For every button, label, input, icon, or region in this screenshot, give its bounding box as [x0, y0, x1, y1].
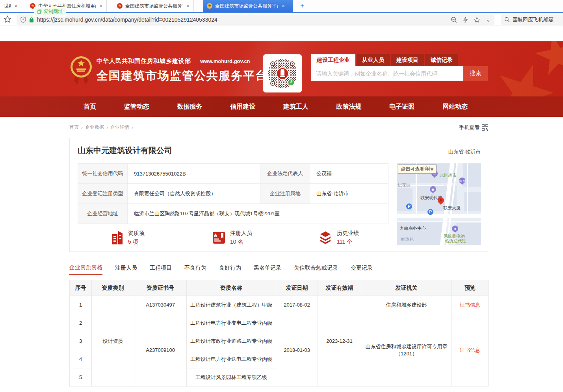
header-search: 建设工程企业 从业人员 建设项目 诚信记录 搜索 [311, 54, 488, 81]
browser-tab-jzsc-1[interactable]: 全国建筑市场监管公共服务平台 × [113, 0, 194, 12]
map-label: 临沂总代理 [445, 238, 466, 244]
parking-icon: P [427, 209, 433, 215]
quick-search-box[interactable]: 国航回应飞机颠簸 [501, 15, 563, 25]
layers-icon [319, 231, 332, 244]
table-header-row: 序号 资质类别 资质证书号 资质名称 发证日期 发证有效期 发证机关 预览 [70, 280, 489, 296]
table-row: 企业登记注册类型 有限责任公司（自然人投资或控股） 企业注册属地 山东省-临沂市 [78, 184, 388, 204]
cell-qual-name: 工程设计电力行业变电工程专业丙级 [187, 314, 276, 332]
national-emblem-logo [70, 54, 92, 92]
registration-type-value: 有限责任公司（自然人投资或控股） [128, 184, 260, 204]
new-tab-button[interactable]: + [297, 2, 307, 10]
nav-item-credit[interactable]: 信用建设 [230, 103, 255, 111]
url-field[interactable]: https://jzsc.mohurd.gov.cn/data/company/… [17, 15, 494, 25]
url-text[interactable]: https://jzsc.mohurd.gov.cn/data/company/… [37, 17, 451, 23]
nav-item-e-license[interactable]: 电子证照 [389, 103, 414, 111]
mobile-view-label: 手机查看 [459, 124, 479, 131]
tab-blacklist[interactable]: 黑名单记录 [254, 261, 281, 275]
cell-category: 设计资质 [92, 296, 134, 386]
site-title: 全国建筑市场监管公共服务平台 [97, 68, 268, 84]
search-button[interactable]: 搜索 [463, 66, 488, 81]
nav-item-data-service[interactable]: 数据服务 [177, 103, 202, 111]
tab-qualifications[interactable]: 企业资质资格 [69, 261, 102, 275]
primary-nav: 首页 监管动态 数据服务 信用建设 建筑工人 政策法规 电子证照 网站动态 [0, 96, 563, 117]
wechat-qr-code [263, 54, 302, 92]
chevron-down-icon[interactable]: ⌄ [486, 18, 491, 22]
breadcrumb-company-detail[interactable]: 企业详情 [110, 124, 129, 131]
tab-title: 全国建筑市场监管公共服务平台 [215, 3, 278, 9]
tab-good-behavior[interactable]: 良好行为 [219, 261, 241, 275]
cell-seq: 4 [70, 350, 92, 368]
stat-qualifications: 资质项 5 项 [111, 230, 145, 246]
mobile-view-control[interactable]: 手机查看 [459, 124, 488, 131]
stat-label: 历史业绩 [337, 230, 359, 237]
cell-authority: 山东省住房和城乡建设厅许可专用章 （1201） [361, 314, 452, 386]
tab-change-records[interactable]: 变更记录 [351, 261, 373, 275]
keyword-search-input[interactable] [311, 66, 463, 81]
col-preview: 预览 [452, 280, 489, 296]
lock-icon [29, 17, 34, 23]
nav-item-supervision[interactable]: 监管动态 [124, 103, 149, 111]
map-label: 九州超市 [439, 172, 457, 178]
authority-line: 山东省住房和城乡建设厅许可专用章 [364, 343, 449, 350]
business-address-value: 临沂市兰山区陶然路107号星河晶都（联安）现代城1号楼2201室 [128, 204, 388, 224]
tab-registered-personnel[interactable]: 注册人员 [115, 261, 137, 275]
credit-code-value: 91371302675501022B [128, 164, 260, 184]
authority-line: （1201） [364, 350, 449, 357]
nav-item-site-news[interactable]: 网站动态 [442, 103, 468, 111]
col-seq: 序号 [70, 280, 92, 296]
tab-close-icon[interactable]: × [282, 3, 285, 9]
col-authority: 发证机关 [361, 280, 452, 296]
breadcrumb: 首页 › 企业数据 › 企业详情 › [69, 124, 133, 131]
copy-url-tooltip: 复制网址 [34, 7, 66, 16]
stat-value: 111 个 [337, 239, 359, 246]
quick-search-text: 国航回应飞机颠簸 [513, 16, 554, 23]
copy-tooltip-label: 复制网址 [44, 8, 63, 15]
parking-icon: P [406, 203, 412, 209]
tab-close-icon[interactable]: × [186, 3, 190, 9]
search-tab-credit[interactable]: 诚信记录 [425, 54, 458, 66]
cell-seq: 5 [70, 368, 92, 386]
cell-issue-date: 2017-08-02 [276, 296, 318, 314]
tab-close-icon[interactable]: × [15, 3, 18, 9]
info-label: 统一社会信用代码 [78, 164, 128, 184]
search-tab-project[interactable]: 建设项目 [391, 54, 424, 66]
nav-item-workers[interactable]: 建筑工人 [283, 103, 308, 111]
shield-icon[interactable] [20, 17, 26, 23]
breadcrumb-home[interactable]: 首页 [69, 124, 79, 131]
site-favicon-icon [207, 3, 212, 9]
copy-icon [37, 9, 42, 14]
breadcrumb-sep-icon: › [81, 125, 83, 130]
battery-shop-poi-icon: ▮ [452, 226, 458, 232]
tab-dishonesty-records[interactable]: 失信联合惩戒记录 [294, 261, 338, 275]
browser-tab-jzsc-active[interactable]: 全国建筑市场监管公共服务平台 × [203, 0, 293, 12]
company-info-table: 统一社会信用代码 91371302675501022B 企业法定代表人 公茂福 … [78, 163, 388, 224]
info-label: 企业经营地址 [78, 204, 128, 224]
certificate-info-link[interactable]: 证书信息 [460, 302, 480, 308]
search-tab-personnel[interactable]: 从业人员 [357, 54, 390, 66]
stat-value: 10 名 [230, 239, 252, 246]
nav-item-policy[interactable]: 政策法规 [336, 103, 362, 111]
tab-close-icon[interactable]: × [99, 3, 102, 9]
browser-tab-partial[interactable]: 世界 × [0, 0, 22, 12]
tab-bad-behavior[interactable]: 不良行为 [184, 261, 206, 275]
stat-value: 5 项 [128, 239, 145, 246]
cell-qual-name: 工程设计风景园林工程专项乙级 [187, 368, 276, 386]
bookmark-star-icon[interactable] [3, 15, 13, 24]
search-tab-enterprise[interactable]: 建设工程企业 [311, 54, 355, 66]
location-map[interactable]: 点击可查看详情 ⌂ 九州超市 ATM 纪花园 ▣ 联安现代城 P P 联安大厦 … [397, 163, 481, 245]
company-name: 山东中元建筑设计有限公司 [78, 145, 172, 156]
lightning-icon[interactable] [463, 17, 468, 23]
cell-seq: 2 [70, 314, 92, 332]
qr-code-icon[interactable] [482, 124, 488, 131]
zoom-out-icon[interactable] [451, 17, 457, 23]
certificate-info-link[interactable]: 证书信息 [460, 347, 480, 353]
breadcrumb-company-data[interactable]: 企业数据 [85, 124, 104, 131]
browser-tab-strip: 世界 × 中华人民共和国住房和城乡建设 × 全国建筑市场监管公共服务平台 × 全… [0, 0, 563, 12]
company-region: 山东省-临沂市 [448, 148, 481, 155]
tab-projects[interactable]: 工程项目 [150, 261, 172, 275]
cell-validity: 2023-12-31 [318, 296, 361, 386]
nav-item-home[interactable]: 首页 [84, 103, 96, 111]
favorite-star-icon[interactable] [474, 17, 480, 23]
company-summary-panel: 山东中元建筑设计有限公司 山东省-临沂市 统一社会信用代码 9137130267… [69, 138, 488, 252]
map-road [397, 214, 481, 218]
